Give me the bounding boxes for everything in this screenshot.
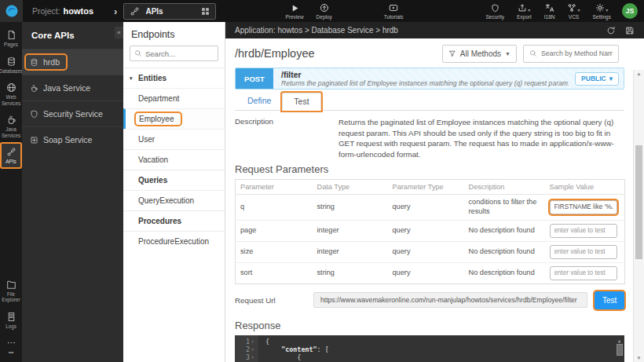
param-sample-cell <box>545 262 625 283</box>
sidebar-item-pages[interactable]: Pages <box>0 25 22 52</box>
code-token: : [ <box>317 346 329 353</box>
endpoints-search[interactable] <box>130 46 218 61</box>
database-icon <box>30 58 38 67</box>
code-text: { <box>258 353 301 361</box>
line-number-text: 1 <box>246 338 250 346</box>
method-search[interactable] <box>523 45 619 63</box>
project-name: Project:howtos <box>32 6 93 16</box>
content-scroll-thumb[interactable] <box>635 145 642 259</box>
chevron-down-icon: ▾ <box>577 7 580 13</box>
play-icon <box>291 3 299 13</box>
user-avatar[interactable]: JS <box>622 3 638 19</box>
export-button[interactable]: ▾ Export <box>517 3 532 20</box>
grid-icon[interactable] <box>201 7 210 16</box>
sample-value-input-page[interactable] <box>550 224 617 238</box>
sidebar-item-logs[interactable]: Logs <box>0 307 22 334</box>
sidebar-item-label: Logs <box>5 324 16 330</box>
chevron-down-icon: ▾ <box>528 7 530 13</box>
line-number-text: 3 <box>246 353 250 361</box>
refresh-icon[interactable] <box>606 26 616 35</box>
endpoint-item-user[interactable]: User <box>123 129 225 149</box>
param-description: conditions to filter the results <box>464 194 545 220</box>
breadcrumb: Application: howtos > Database Service >… <box>235 26 398 35</box>
endpoint-item-procedureexecution[interactable]: ProcedureExecution <box>123 231 225 251</box>
main-area: Application: howtos > Database Service >… <box>225 22 644 362</box>
wavemaker-logo-icon[interactable] <box>0 0 23 22</box>
param-sample-cell <box>545 220 625 241</box>
sidebar-item-file-explorer[interactable]: File Explorer <box>0 275 22 307</box>
endpoint-item-department[interactable]: Department <box>123 88 225 108</box>
endpoint-item-queryexecution[interactable]: QueryExecution <box>123 190 225 210</box>
save-icon[interactable] <box>625 26 635 35</box>
section-label: Entities <box>138 74 166 82</box>
core-api-item-label: Security Service <box>43 109 103 119</box>
scroll-down-icon[interactable]: ▼ <box>634 356 644 360</box>
databases-icon <box>6 57 16 67</box>
chevron-down-icon: ▾ <box>606 7 608 13</box>
tutorials-button[interactable]: Tutorials <box>384 3 404 20</box>
core-api-item-security-service[interactable]: Security Service <box>22 101 123 126</box>
sidebar-item-java-services[interactable]: Java Services <box>0 110 22 142</box>
param-row-size: sizeintegerqueryNo description found <box>236 241 625 262</box>
sidebar-item-web-services[interactable]: Web Services <box>0 78 22 110</box>
sidebar-item-apis[interactable]: APIs <box>0 142 22 169</box>
soap-icon <box>30 136 38 144</box>
chevron-down-icon: ▾ <box>609 75 613 82</box>
core-api-item-content: Soap Service <box>26 133 98 147</box>
endpoints-section-queries[interactable]: Queries <box>123 170 225 190</box>
endpoints-section-entities[interactable]: ▾Entities <box>123 68 225 88</box>
filter-icon <box>448 49 456 57</box>
content-scrollbar[interactable]: ▲ ▼ <box>633 70 644 362</box>
chevron-right-icon: › <box>114 5 117 17</box>
vcs-button[interactable]: ▾ VCS <box>567 3 580 20</box>
sidebar-item-databases[interactable]: Databases <box>0 52 22 79</box>
param-data-type: string <box>313 194 388 220</box>
sample-value-input-size[interactable] <box>550 245 617 259</box>
fold-arrow-icon: ▾ <box>251 346 256 353</box>
settings-button[interactable]: ▾ Settings <box>593 3 612 20</box>
sidebar-item-label: Web Services <box>0 94 22 106</box>
gear-icon: ▾ <box>595 3 608 13</box>
param-row-q: qstringqueryconditions to filter the res… <box>236 194 625 220</box>
api-method-row[interactable]: POST /filter Returns the paginated list … <box>235 68 624 90</box>
scroll-up-icon[interactable]: ▲ <box>634 71 644 76</box>
deploy-button[interactable]: Deploy <box>317 3 332 20</box>
test-button[interactable]: Test <box>595 291 624 309</box>
collapse-panel-button[interactable]: « <box>115 27 123 38</box>
method-search-input[interactable] <box>541 49 613 57</box>
core-apis-panel: Core APIs « hrdbJava ServiceSecurity Ser… <box>22 22 123 362</box>
core-apis-title: Core APIs <box>22 22 123 49</box>
endpoint-item-vacation[interactable]: Vacation <box>123 149 225 170</box>
endpoints-panel: Endpoints ▾EntitiesDepartmentEmployeeUse… <box>123 22 225 362</box>
sidebar-item-item[interactable]: ••• <box>0 333 22 360</box>
preview-button[interactable]: Preview <box>285 3 303 20</box>
methods-filter-dropdown[interactable]: All Methods ▼ <box>442 45 517 63</box>
param-name: sort <box>236 262 313 283</box>
code-text: "content": [ <box>258 346 329 353</box>
endpoints-section-procedures[interactable]: Procedures <box>123 210 225 231</box>
code-line: 2▾ "content": [ <box>235 346 624 353</box>
core-api-item-hrdb[interactable]: hrdb <box>22 49 123 75</box>
security-button[interactable]: Security <box>485 3 503 20</box>
i18n-button[interactable]: I18N <box>544 3 555 20</box>
shield-icon <box>30 110 38 119</box>
endpoint-item-employee[interactable]: Employee <box>123 108 225 129</box>
column-header-parameter: Parameter <box>236 179 313 194</box>
code-scroll-thumb[interactable] <box>617 344 623 356</box>
core-api-item-java-service[interactable]: Java Service <box>22 75 123 101</box>
request-url-input[interactable] <box>313 292 587 308</box>
visibility-dropdown[interactable]: PUBLIC ▾ <box>575 72 619 86</box>
sample-value-input-q[interactable] <box>550 200 617 214</box>
code-scrollbar[interactable]: ▲ ▼ <box>616 337 623 362</box>
tab-define[interactable]: Define <box>236 93 282 110</box>
endpoints-search-input[interactable] <box>145 49 214 58</box>
api-path: /filter <box>281 71 569 79</box>
core-api-item-soap-service[interactable]: Soap Service <box>22 126 123 152</box>
apis-workspace-tab[interactable]: APIs <box>123 3 216 20</box>
sample-value-input-sort[interactable] <box>550 266 617 280</box>
breadcrumb-bar: Application: howtos > Database Service >… <box>225 22 644 38</box>
tab-test[interactable]: Test <box>282 93 320 111</box>
core-api-item-content: Java Service <box>26 81 97 95</box>
response-code-editor[interactable]: 1▾{2▾ "content": [3▾ {4 "empId": 5,5 "fi… <box>235 335 624 362</box>
param-name: size <box>236 241 313 262</box>
